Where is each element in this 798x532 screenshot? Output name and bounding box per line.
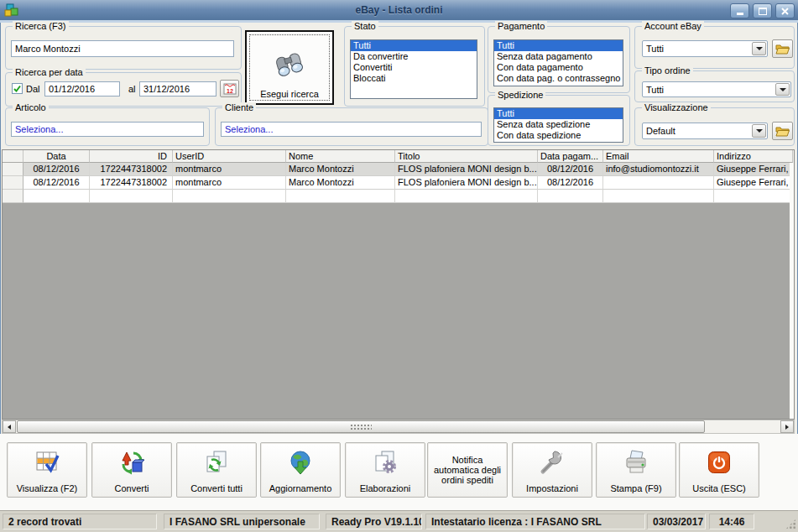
pagamento-listbox[interactable]: Tutti Senza data pagamento Con data paga… [493,39,623,86]
cliente-selector[interactable]: Seleziona... [221,122,482,137]
wrench-icon [513,447,592,477]
column-header-userid[interactable]: UserID [173,150,286,163]
elaborazioni-button[interactable]: Elaborazioni [345,442,425,498]
aggiornamento-button[interactable]: Aggiornamento [260,442,341,498]
cell-userid[interactable]: montmarco [173,176,286,190]
column-header-data-pagamento[interactable]: Data pagam... [538,150,603,163]
cell-nome[interactable]: Marco Montozzi [286,176,395,190]
stampa-button[interactable]: Stampa (F9) [596,442,676,498]
table-row-empty[interactable] [3,190,794,203]
stato-listbox[interactable]: Tutti Da convertire Convertiti Bloccati [350,39,477,99]
ricerca-group-label: Ricerca (F3) [13,21,69,32]
list-item[interactable]: Con data pag. o contrassegno [494,73,623,84]
dal-date-input[interactable]: 01/12/2016 [44,81,120,96]
tipo-ordine-group: Tipo ordine Tutti [634,70,795,102]
uscita-button[interactable]: Uscita (ESC) [679,442,759,498]
cell-data-pagamento[interactable]: 08/12/2016 [538,163,603,176]
dropdown-button[interactable] [775,83,790,96]
row-selector-cell[interactable] [3,163,23,176]
horizontal-scrollbar[interactable] [2,420,795,434]
calendar-button[interactable]: 12 [220,80,239,97]
scroll-left-button[interactable] [3,420,16,433]
list-item[interactable]: Tutti [351,40,477,51]
list-item[interactable]: Con data pagamento [494,62,623,73]
dropdown-button[interactable] [752,124,766,138]
cell-id[interactable]: 1722447318002 [90,163,173,176]
dal-checkbox[interactable] [12,83,23,94]
maximize-button[interactable] [753,3,772,18]
ricerca-data-group-label: Ricerca per data [13,67,86,78]
column-header-id[interactable]: ID [90,150,173,163]
converti-tutti-button[interactable]: Converti tutti [176,442,257,498]
visualizzazione-combo[interactable]: Default [642,123,768,139]
empty-cell [286,190,395,203]
list-item[interactable]: Bloccati [351,73,477,84]
resize-grip-icon[interactable] [785,519,796,529]
cell-indirizzo[interactable]: Giuseppe Ferrari, 1 [714,176,793,190]
status-company: I FASANO SRL unipersonale [164,514,320,529]
maximize-icon [759,8,767,15]
column-header-data[interactable]: Data [23,150,90,163]
close-button[interactable] [775,3,795,18]
stato-group-label: Stato [352,21,378,32]
column-header-email[interactable]: Email [603,150,714,163]
minimize-button[interactable] [730,3,749,18]
titlebar[interactable]: eBay - Lista ordini [0,0,798,20]
articolo-selector[interactable]: Seleziona... [11,122,204,137]
scrollbar-thumb[interactable] [17,420,705,433]
list-item[interactable]: Tutti [494,108,623,119]
row-selector-cell[interactable] [3,190,23,203]
cell-nome[interactable]: Marco Montozzi [286,163,395,176]
account-folder-button[interactable] [772,39,793,58]
folder-icon [775,44,790,55]
spedizione-listbox[interactable]: Tutti Senza data spedizione Con data spe… [493,107,623,143]
converti-button[interactable]: Converti [91,442,172,498]
impostazioni-button[interactable]: Impostazioni [512,442,592,498]
column-header-selector[interactable] [3,150,23,163]
triangle-left-icon [8,425,11,430]
list-item[interactable]: Senza data pagamento [494,51,623,62]
row-selector-cell[interactable] [3,176,23,190]
empty-cell [714,190,793,203]
cell-id[interactable]: 1722447318002 [90,176,173,190]
binoculars-icon [247,50,332,81]
cell-titolo[interactable]: FLOS plafoniera MONI design b... [395,163,538,176]
account-ebay-combo[interactable]: Tutti [642,40,768,57]
button-label: Elaborazioni [347,483,423,493]
visualizza-button[interactable]: Visualizza (F2) [7,442,87,498]
column-header-indirizzo[interactable]: Indirizzo [714,150,793,163]
table-row[interactable]: 08/12/2016 1722447318002 montmarco Marco… [3,176,794,190]
ricerca-input[interactable]: Marco Montozzi [11,40,234,57]
triangle-right-icon [785,425,789,430]
column-header-titolo[interactable]: Titolo [395,150,538,163]
cell-data[interactable]: 08/12/2016 [23,163,90,176]
table-row[interactable]: 08/12/2016 1722447318002 montmarco Marco… [3,163,794,176]
visualizzazione-folder-button[interactable] [772,122,793,140]
cell-titolo[interactable]: FLOS plafoniera MONI design b... [395,176,538,190]
account-ebay-group: Account eBay Tutti [634,26,795,69]
list-item[interactable]: Tutti [494,40,623,51]
list-item[interactable]: Convertiti [351,62,477,73]
cell-userid[interactable]: montmarco [173,163,286,176]
button-label: Notifica automatica degli ordini spediti [430,443,505,497]
table-header: Data ID UserID Nome Titolo Data pagam...… [3,150,794,163]
tipo-ordine-combo[interactable]: Tutti [642,81,791,97]
cell-email[interactable]: info@studiomontozzi.it [603,163,714,176]
al-date-input[interactable]: 31/12/2016 [139,81,216,96]
scroll-right-button[interactable] [780,420,794,433]
column-header-nome[interactable]: Nome [286,150,395,163]
dropdown-button[interactable] [752,42,766,55]
empty-cell [90,190,173,203]
minimize-icon [737,13,743,15]
list-item[interactable]: Con data spedizione [494,130,623,141]
list-item[interactable]: Da convertire [351,51,477,62]
esegui-ricerca-button[interactable]: Esegui ricerca [245,30,334,105]
bottom-toolbar: Visualizza (F2) Converti [0,434,798,510]
visualizzazione-group: Visualizzazione Default [634,107,795,146]
list-item[interactable]: Senza data spedizione [494,119,623,130]
notifica-automatica-button[interactable]: Notifica automatica degli ordini spediti [427,442,508,498]
cell-data-pagamento[interactable]: 08/12/2016 [538,176,603,190]
cell-indirizzo[interactable]: Giuseppe Ferrari, 1 [714,163,793,176]
cell-data[interactable]: 08/12/2016 [23,176,90,190]
cell-email[interactable] [603,176,714,190]
